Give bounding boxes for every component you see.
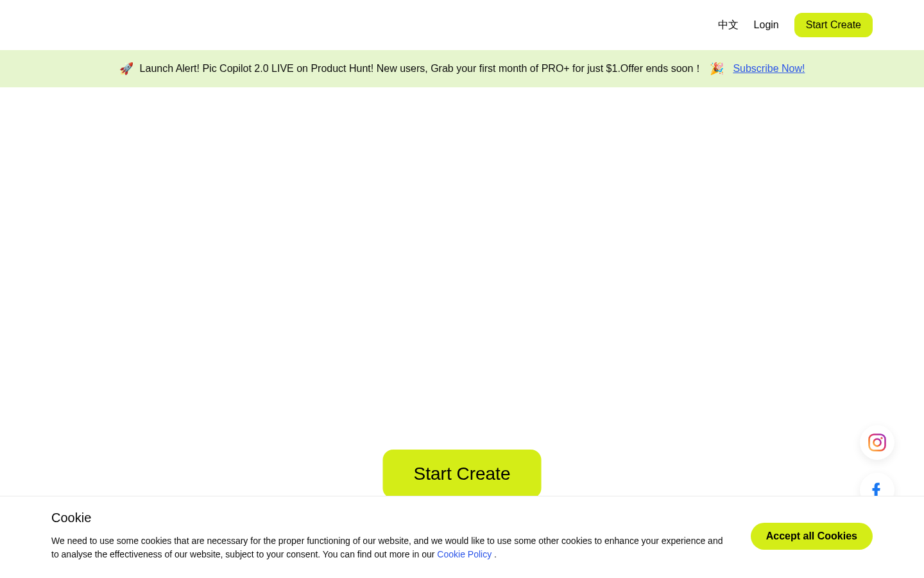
header: 中文 Login Start Create	[0, 0, 924, 50]
svg-point-1	[873, 439, 880, 446]
subscribe-link[interactable]: Subscribe Now!	[733, 63, 805, 74]
cookie-policy-link[interactable]: Cookie Policy	[437, 549, 492, 559]
login-link[interactable]: Login	[754, 19, 779, 31]
main-cta-wrapper: Start Create	[383, 450, 542, 498]
instagram-button[interactable]	[860, 425, 894, 460]
cookie-banner: Cookie We need to use some cookies that …	[0, 496, 924, 578]
promo-banner: 🚀 Launch Alert! Pic Copilot 2.0 LIVE on …	[0, 50, 924, 87]
cookie-description: We need to use some cookies that are nec…	[51, 536, 723, 559]
instagram-icon	[868, 433, 887, 452]
social-buttons	[860, 425, 894, 507]
cookie-text: We need to use some cookies that are nec…	[51, 534, 732, 561]
cookie-period: .	[492, 549, 497, 559]
svg-rect-0	[869, 435, 886, 451]
banner-text: Launch Alert! Pic Copilot 2.0 LIVE on Pr…	[140, 62, 704, 76]
accept-cookies-button[interactable]: Accept all Cookies	[751, 523, 873, 550]
party-icon: 🎉	[710, 62, 724, 76]
rocket-icon: 🚀	[119, 62, 133, 76]
language-switch[interactable]: 中文	[718, 19, 739, 32]
start-create-main-button[interactable]: Start Create	[383, 450, 542, 498]
start-create-header-button[interactable]: Start Create	[794, 13, 873, 37]
cookie-content: Cookie We need to use some cookies that …	[51, 511, 732, 561]
cookie-title: Cookie	[51, 511, 732, 525]
svg-point-2	[880, 437, 882, 439]
